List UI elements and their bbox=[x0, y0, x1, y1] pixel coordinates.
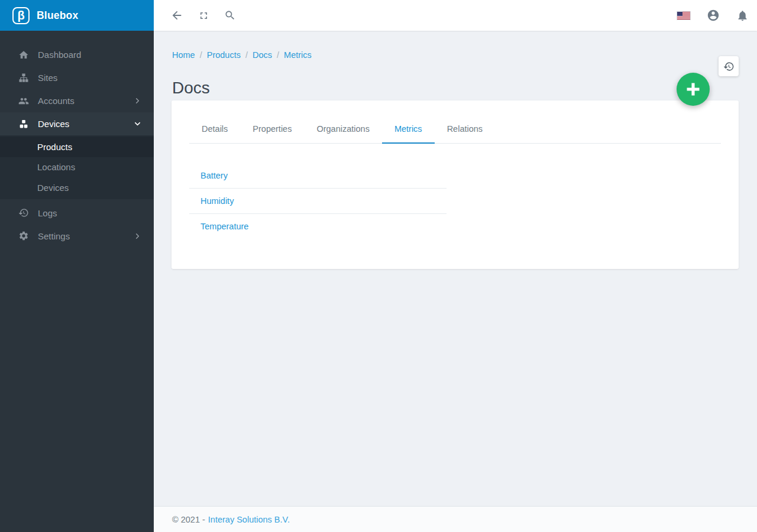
list-item: Temperature bbox=[189, 213, 447, 239]
header-right-actions bbox=[677, 9, 757, 22]
sidebar-item-settings[interactable]: Settings bbox=[0, 225, 154, 248]
tab-properties[interactable]: Properties bbox=[240, 115, 304, 143]
chevron-right-icon bbox=[133, 96, 142, 105]
chevron-right-icon bbox=[133, 232, 142, 241]
sidebar-item-label: Settings bbox=[38, 231, 70, 241]
sitemap-icon bbox=[18, 73, 29, 83]
sidebar-item-dashboard[interactable]: Dashboard bbox=[0, 43, 154, 66]
copyright-text: © 2021 - bbox=[172, 515, 205, 524]
notifications-bell-icon[interactable] bbox=[736, 9, 749, 22]
tab-details[interactable]: Details bbox=[189, 115, 240, 143]
list-item: Humidity bbox=[189, 188, 447, 213]
tab-label: Organizations bbox=[316, 124, 369, 134]
account-circle-icon[interactable] bbox=[707, 9, 720, 22]
sidebar-item-label: Logs bbox=[38, 208, 57, 218]
header-left-actions bbox=[154, 9, 236, 22]
breadcrumb-link-products[interactable]: Products bbox=[207, 50, 241, 60]
tab-metrics[interactable]: Metrics bbox=[382, 115, 435, 143]
breadcrumb-separator: / bbox=[245, 50, 248, 60]
sidebar-subitem-devices[interactable]: Devices bbox=[0, 177, 154, 198]
tab-label: Metrics bbox=[394, 124, 422, 134]
docs-card: Details Properties Organizations Metrics… bbox=[172, 100, 739, 269]
tab-label: Relations bbox=[447, 124, 483, 134]
breadcrumb-separator: / bbox=[277, 50, 279, 60]
tab-relations[interactable]: Relations bbox=[435, 115, 495, 143]
plus-icon bbox=[685, 81, 701, 98]
sidebar-item-label: Accounts bbox=[38, 96, 75, 106]
add-button[interactable] bbox=[677, 73, 710, 106]
list-item: Battery bbox=[189, 163, 447, 188]
sidebar-subitem-products[interactable]: Products bbox=[0, 137, 154, 157]
brand-name: Bluebox bbox=[37, 9, 78, 22]
breadcrumb: Home / Products / Docs / Metrics bbox=[172, 50, 312, 60]
search-icon[interactable] bbox=[224, 9, 236, 21]
beta-logo-icon: β bbox=[12, 7, 30, 24]
company-link[interactable]: Interay Solutions B.V. bbox=[208, 515, 290, 524]
sidebar-item-label: Sites bbox=[38, 73, 57, 83]
main-content: Home / Products / Docs / Metrics Docs De… bbox=[154, 31, 757, 506]
sidebar-subitem-label: Devices bbox=[37, 183, 69, 193]
history-icon bbox=[18, 207, 29, 218]
tab-label: Details bbox=[202, 124, 228, 134]
breadcrumb-link-metrics[interactable]: Metrics bbox=[284, 50, 312, 60]
history-button[interactable] bbox=[719, 56, 739, 76]
back-arrow-icon[interactable] bbox=[170, 9, 183, 22]
home-icon bbox=[18, 50, 29, 60]
tab-organizations[interactable]: Organizations bbox=[304, 115, 381, 143]
metric-link-battery[interactable]: Battery bbox=[200, 171, 228, 180]
page-title: Docs bbox=[172, 79, 210, 98]
sidebar-item-logs[interactable]: Logs bbox=[0, 202, 154, 225]
breadcrumb-separator: / bbox=[200, 50, 202, 60]
flag-canton bbox=[677, 12, 682, 16]
sidebar-subitem-locations[interactable]: Locations bbox=[0, 157, 154, 178]
us-flag-language-selector[interactable] bbox=[677, 12, 690, 20]
tab-bar: Details Properties Organizations Metrics… bbox=[189, 115, 721, 144]
tab-label: Properties bbox=[253, 124, 292, 134]
sidebar-nav: Dashboard Sites Accounts bbox=[0, 31, 154, 248]
history-icon bbox=[723, 61, 735, 72]
sidebar-subitem-label: Locations bbox=[37, 162, 75, 172]
metric-link-humidity[interactable]: Humidity bbox=[200, 196, 234, 206]
brand-logo[interactable]: β Bluebox bbox=[0, 0, 154, 31]
devices-submenu: Products Locations Devices bbox=[0, 135, 154, 199]
cubes-icon bbox=[18, 119, 29, 129]
sidebar-item-label: Devices bbox=[38, 119, 69, 129]
sidebar-item-accounts[interactable]: Accounts bbox=[0, 89, 154, 112]
sidebar: β Bluebox Dashboard Sites Accounts bbox=[0, 0, 154, 532]
breadcrumb-link-home[interactable]: Home bbox=[172, 50, 195, 60]
metric-list: Battery Humidity Temperature bbox=[189, 163, 447, 239]
users-icon bbox=[18, 96, 29, 106]
sidebar-subitem-label: Products bbox=[37, 142, 72, 152]
sidebar-item-label: Dashboard bbox=[38, 50, 81, 60]
breadcrumb-link-docs[interactable]: Docs bbox=[253, 50, 272, 60]
metric-link-temperature[interactable]: Temperature bbox=[200, 222, 248, 231]
top-header bbox=[154, 0, 757, 31]
fullscreen-icon[interactable] bbox=[198, 10, 209, 21]
gear-icon bbox=[18, 231, 29, 241]
page-footer: © 2021 - Interay Solutions B.V. bbox=[154, 506, 757, 532]
sidebar-item-devices[interactable]: Devices bbox=[0, 112, 154, 135]
chevron-down-icon bbox=[133, 119, 142, 128]
sidebar-item-sites[interactable]: Sites bbox=[0, 66, 154, 89]
